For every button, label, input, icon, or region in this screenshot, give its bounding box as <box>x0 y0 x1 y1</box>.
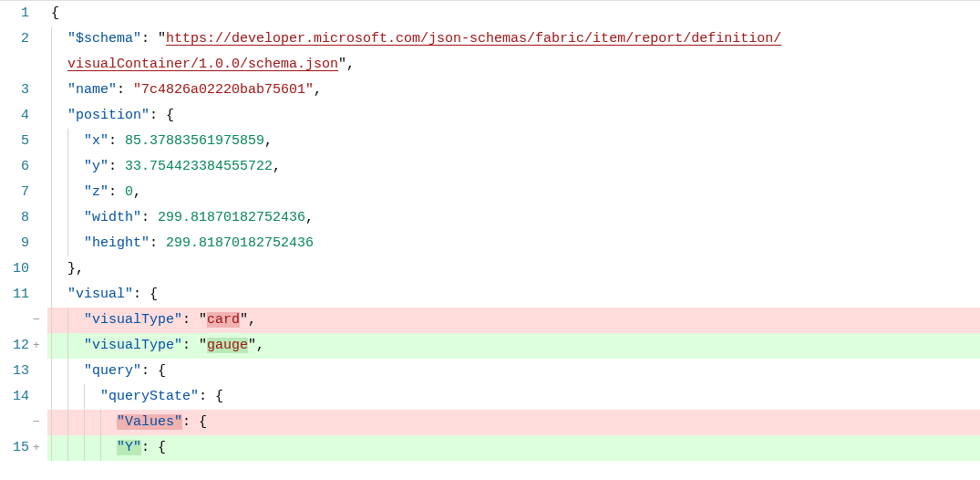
code-content[interactable]: "visualType": "card", <box>47 308 980 333</box>
line-number: 14 <box>0 384 29 410</box>
code-line[interactable]: visualContainer/1.0.0/schema.json", <box>0 52 980 78</box>
code-line[interactable]: 10}, <box>0 256 980 282</box>
gutter: 11 <box>0 282 47 308</box>
line-number: 12 <box>0 333 29 359</box>
code-line[interactable]: 9"height": 299.81870182752436 <box>0 231 980 256</box>
gutter: 5 <box>0 129 47 154</box>
diff-removed-icon: − <box>29 410 42 435</box>
gutter: − <box>0 410 47 435</box>
code-line[interactable]: 12+"visualType": "gauge", <box>0 333 980 359</box>
line-number: 6 <box>0 154 29 180</box>
gutter: 3 <box>0 78 47 103</box>
code-line[interactable]: 6"y": 33.754423384555722, <box>0 154 980 180</box>
code-line[interactable]: 14"queryState": { <box>0 384 980 410</box>
code-content[interactable]: "name": "7c4826a02220bab75601", <box>47 78 980 103</box>
code-line[interactable]: 8"width": 299.81870182752436, <box>0 205 980 231</box>
code-content[interactable]: "x": 85.37883561975859, <box>47 129 980 154</box>
line-number: 2 <box>0 26 29 52</box>
gutter: 7 <box>0 180 47 205</box>
code-content[interactable]: "z": 0, <box>47 180 980 205</box>
code-line[interactable]: −"Values": { <box>0 410 980 435</box>
code-content[interactable]: "y": 33.754423384555722, <box>47 154 980 180</box>
line-number: 4 <box>0 103 29 129</box>
code-content[interactable]: "Values": { <box>47 410 980 435</box>
line-number: 3 <box>0 78 29 103</box>
code-content[interactable]: "visualType": "gauge", <box>47 333 980 359</box>
code-content[interactable]: "queryState": { <box>47 384 980 410</box>
code-content[interactable]: "visual": { <box>47 282 980 308</box>
code-line[interactable]: 15+"Y": { <box>0 435 980 461</box>
code-content[interactable]: { <box>47 1 980 26</box>
gutter: 10 <box>0 256 47 282</box>
gutter: 9 <box>0 231 47 256</box>
line-number: 13 <box>0 359 29 384</box>
gutter: 6 <box>0 154 47 180</box>
code-content[interactable]: "query": { <box>47 359 980 384</box>
code-editor[interactable]: 1{2"$schema": "https://developer.microso… <box>0 0 980 461</box>
code-line[interactable]: 4"position": { <box>0 103 980 129</box>
code-line[interactable]: −"visualType": "card", <box>0 308 980 333</box>
gutter: 13 <box>0 359 47 384</box>
gutter: 15+ <box>0 435 47 461</box>
gutter: 4 <box>0 103 47 129</box>
code-line[interactable]: 5"x": 85.37883561975859, <box>0 129 980 154</box>
gutter: 14 <box>0 384 47 410</box>
diff-removed-icon: − <box>29 308 42 333</box>
line-number: 8 <box>0 205 29 231</box>
line-number: 15 <box>0 435 29 461</box>
gutter: 2 <box>0 26 47 52</box>
line-number: 10 <box>0 256 29 282</box>
gutter <box>0 52 47 78</box>
code-line[interactable]: 13"query": { <box>0 359 980 384</box>
code-content[interactable]: "$schema": "https://developer.microsoft.… <box>47 26 980 52</box>
diff-added-icon: + <box>29 435 42 461</box>
code-line[interactable]: 1{ <box>0 1 980 26</box>
line-number: 9 <box>0 231 29 256</box>
code-line[interactable]: 2"$schema": "https://developer.microsoft… <box>0 26 980 52</box>
code-line[interactable]: 7"z": 0, <box>0 180 980 205</box>
gutter: 8 <box>0 205 47 231</box>
line-number: 11 <box>0 282 29 308</box>
code-content[interactable]: }, <box>47 256 980 282</box>
gutter: 12+ <box>0 333 47 359</box>
line-number: 7 <box>0 180 29 205</box>
code-content[interactable]: "width": 299.81870182752436, <box>47 205 980 231</box>
code-content[interactable]: "height": 299.81870182752436 <box>47 231 980 256</box>
code-content[interactable]: visualContainer/1.0.0/schema.json", <box>47 52 980 78</box>
gutter: 1 <box>0 1 47 26</box>
diff-added-icon: + <box>29 333 42 359</box>
line-number: 5 <box>0 129 29 154</box>
code-line[interactable]: 11"visual": { <box>0 282 980 308</box>
code-line[interactable]: 3"name": "7c4826a02220bab75601", <box>0 78 980 103</box>
line-number: 1 <box>0 1 29 26</box>
code-content[interactable]: "Y": { <box>47 435 980 461</box>
code-content[interactable]: "position": { <box>47 103 980 129</box>
gutter: − <box>0 308 47 333</box>
